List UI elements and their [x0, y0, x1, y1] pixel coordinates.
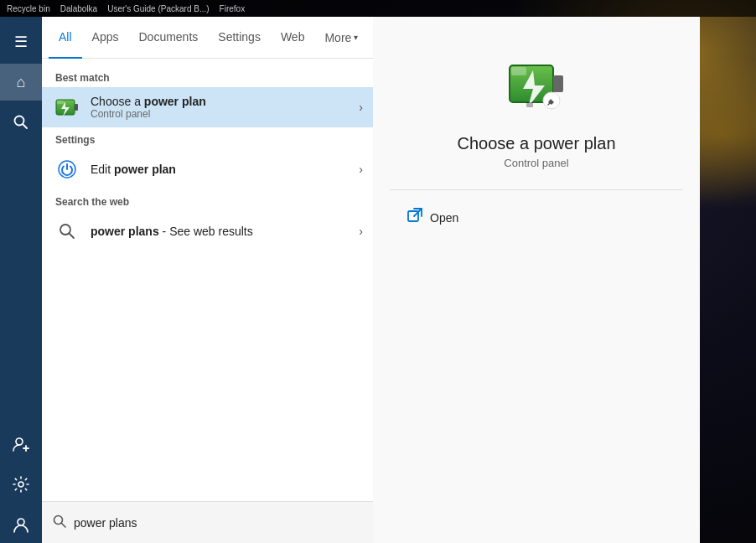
tab-all[interactable]: All — [49, 17, 82, 59]
svg-line-1 — [23, 125, 28, 129]
edit-power-text: Edit power plan — [91, 163, 359, 176]
detail-divider — [390, 189, 683, 190]
chevron-down-icon: ▾ — [354, 33, 358, 42]
sidebar: ☰ ⌂ — [0, 17, 42, 543]
svg-point-5 — [18, 482, 23, 487]
detail-icon-area — [503, 50, 570, 121]
add-user-icon — [12, 435, 30, 453]
search-icon — [13, 114, 29, 131]
settings-power-icon — [56, 158, 78, 180]
tab-bar: All Apps Documents Settings Web More ▾ F… — [42, 17, 373, 59]
hamburger-button[interactable]: ☰ — [0, 23, 42, 60]
tab-settings[interactable]: Settings — [208, 17, 271, 59]
search-results: Best match — [42, 59, 373, 501]
svg-line-15 — [62, 523, 66, 527]
open-icon — [406, 207, 423, 228]
tab-web[interactable]: Web — [271, 17, 315, 59]
best-match-item[interactable]: Choose a power plan Control panel › — [42, 87, 373, 127]
detail-title: Choose a power plan — [457, 134, 615, 153]
search-web-icon — [58, 222, 76, 240]
svg-point-0 — [15, 116, 24, 126]
open-label: Open — [430, 211, 458, 225]
detail-subtitle: Control panel — [504, 157, 568, 169]
svg-point-2 — [16, 438, 23, 445]
web-search-item[interactable]: power plans - See web results › — [42, 211, 373, 251]
svg-rect-10 — [57, 101, 64, 104]
result-arrow-icon: › — [359, 225, 363, 238]
svg-rect-17 — [553, 75, 563, 92]
svg-rect-20 — [526, 102, 533, 107]
best-match-subtitle: Control panel — [91, 108, 359, 120]
best-match-label: Best match — [42, 65, 373, 87]
search-input[interactable] — [74, 516, 363, 530]
svg-rect-8 — [75, 104, 78, 111]
taskbar-item: User's Guide (Packard B...) — [107, 4, 209, 13]
tab-documents[interactable]: Documents — [128, 17, 208, 59]
user-icon — [12, 515, 30, 534]
taskbar-item: Dalabolka — [60, 4, 97, 13]
home-button[interactable]: ⌂ — [0, 64, 42, 101]
start-menu: ☰ ⌂ — [0, 17, 700, 543]
search-sidebar-button[interactable] — [0, 104, 42, 141]
add-user-button[interactable] — [0, 426, 42, 463]
search-panel: All Apps Documents Settings Web More ▾ F… — [42, 17, 373, 543]
search-bar — [42, 501, 373, 543]
result-arrow-icon: › — [359, 163, 363, 176]
external-link-icon — [406, 207, 423, 224]
open-button[interactable]: Open — [406, 207, 458, 228]
search-bar-icon — [52, 514, 67, 532]
best-match-title: Choose a power plan — [91, 95, 359, 108]
detail-panel: Choose a power plan Control panel Open — [373, 17, 700, 543]
settings-button[interactable] — [0, 466, 42, 503]
settings-icon — [12, 475, 30, 494]
search-icon — [52, 514, 67, 529]
search-web-label: Search the web — [42, 189, 373, 211]
user-button[interactable] — [0, 506, 42, 543]
web-search-text: power plans - See web results — [91, 225, 359, 238]
edit-power-title: Edit power plan — [91, 163, 359, 176]
power-plan-icon — [52, 92, 82, 122]
tab-more[interactable]: More ▾ — [314, 17, 368, 59]
web-search-title: power plans - See web results — [91, 225, 359, 238]
svg-point-6 — [18, 519, 24, 525]
best-match-text: Choose a power plan Control panel — [91, 95, 359, 120]
taskbar-top: Recycle bin Dalabolka User's Guide (Pack… — [0, 0, 756, 17]
settings-label: Settings — [42, 127, 373, 149]
taskbar-item: Firefox — [220, 4, 246, 13]
result-arrow-icon: › — [359, 101, 363, 114]
battery-icon — [53, 93, 81, 122]
tab-apps[interactable]: Apps — [82, 17, 129, 59]
web-search-icon — [52, 216, 82, 246]
settings-result-item[interactable]: Edit power plan › — [42, 149, 373, 189]
svg-rect-19 — [511, 67, 526, 75]
detail-battery-icon — [503, 50, 570, 117]
taskbar-item: Recycle bin — [7, 4, 50, 13]
svg-line-13 — [70, 234, 75, 239]
edit-power-icon — [52, 154, 82, 184]
